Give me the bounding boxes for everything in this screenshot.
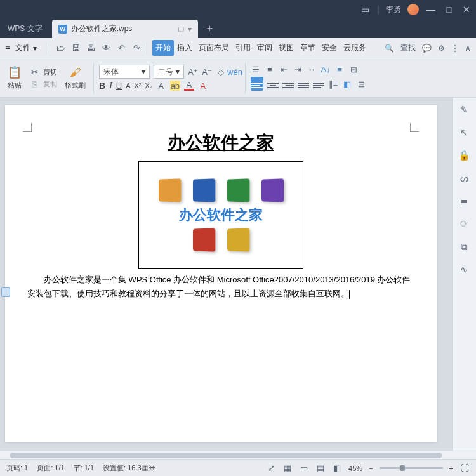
divider: | — [378, 5, 380, 14]
underline-button[interactable]: U — [116, 81, 122, 91]
document-page[interactable]: 办公软件之家 办公软件之家 办公软件之家是一个集 WPS Office 办公软件… — [5, 105, 437, 442]
font-color-icon[interactable]: A — [184, 81, 194, 91]
zoom-value[interactable]: 45% — [348, 465, 362, 472]
page-count-label[interactable]: 页面: 1/1 — [37, 463, 64, 473]
font-size-select[interactable]: 二号▾ — [154, 65, 184, 79]
numbering-icon[interactable]: ≡ — [265, 65, 275, 75]
share-icon[interactable]: ∿ — [460, 264, 468, 275]
tab-page-layout[interactable]: 页面布局 — [195, 40, 232, 56]
search-label[interactable]: 查找 — [400, 43, 416, 53]
avatar[interactable] — [407, 4, 419, 15]
new-tab-button[interactable]: + — [198, 19, 221, 38]
cut-button[interactable]: ✂剪切 — [29, 67, 57, 77]
tab-security[interactable]: 安全 — [319, 40, 340, 56]
align-justify-button[interactable] — [298, 77, 309, 91]
tab-chapter[interactable]: 章节 — [297, 40, 319, 56]
gear-icon[interactable]: ⚙ — [438, 44, 445, 53]
copy-button[interactable]: ⎘复制 — [29, 79, 57, 89]
tab-presenter-icon[interactable]: ▢ — [178, 25, 184, 33]
grow-font-icon[interactable]: A⁺ — [188, 67, 198, 77]
undo-icon[interactable]: ↶ — [116, 43, 126, 53]
app-tab[interactable]: WPS 文字 — [0, 20, 50, 38]
scrollbar-thumb[interactable] — [10, 453, 442, 458]
tab-references[interactable]: 引用 — [232, 40, 254, 56]
sort-icon[interactable]: A↓ — [321, 65, 331, 75]
pointer-icon[interactable]: ↖ — [460, 127, 468, 138]
zoom-slider[interactable] — [380, 467, 443, 469]
highlight-icon[interactable]: ab — [170, 81, 180, 91]
lock-icon[interactable]: 🔒 — [458, 150, 470, 161]
tab-start[interactable]: 开始 — [152, 40, 174, 56]
hierarchy-icon[interactable]: ᔕ — [460, 173, 468, 184]
page-view-icon[interactable]: ▦ — [282, 463, 293, 473]
maximize-button[interactable]: □ — [443, 4, 454, 15]
fit-width-icon[interactable]: ⤢ — [266, 463, 276, 473]
reading-view-icon[interactable]: ▭ — [299, 463, 309, 473]
zoom-thumb[interactable] — [400, 465, 405, 471]
italic-button[interactable]: I — [109, 81, 112, 91]
paragraph-gutter-icon[interactable] — [1, 287, 10, 297]
pencil-icon[interactable]: ✎ — [460, 104, 468, 116]
horizontal-scrollbar[interactable] — [0, 451, 476, 459]
minimize-button[interactable]: — — [425, 4, 437, 15]
shading-icon[interactable]: ◧ — [342, 79, 352, 89]
sync-icon[interactable]: ⟳ — [460, 218, 468, 230]
zoom-in-button[interactable]: + — [449, 465, 453, 472]
char-scale-icon[interactable]: ↔ — [307, 65, 317, 75]
embedded-image[interactable]: 办公软件之家 — [138, 161, 303, 269]
shrink-font-icon[interactable]: A⁻ — [202, 67, 212, 77]
redo-icon[interactable]: ↷ — [131, 43, 142, 53]
fullscreen-icon[interactable]: ⛶ — [459, 463, 470, 473]
canvas-area[interactable]: 办公软件之家 办公软件之家 办公软件之家是一个集 WPS Office 办公软件… — [0, 98, 452, 451]
bullets-icon[interactable]: ☰ — [251, 65, 261, 75]
tabs-icon[interactable]: ⊟ — [356, 79, 366, 89]
web-view-icon[interactable]: ▤ — [315, 463, 326, 473]
strikethrough-button[interactable]: A — [126, 82, 130, 89]
superscript-button[interactable]: X² — [135, 82, 142, 89]
font-name-select[interactable]: 宋体▾ — [99, 65, 150, 79]
format-painter-button[interactable]: 🖌 格式刷 — [62, 64, 88, 91]
outline-icon[interactable]: ≣ — [460, 195, 468, 207]
subscript-button[interactable]: X₂ — [145, 82, 152, 90]
tab-menu-icon[interactable]: ▾ — [188, 25, 192, 34]
align-left-button[interactable] — [251, 77, 263, 91]
document-tab[interactable]: W 办公软件之家.wps ▢ ▾ — [52, 20, 198, 38]
close-button[interactable]: ✕ — [461, 4, 472, 15]
hamburger-icon[interactable]: ≡ — [5, 43, 10, 53]
outline-view-icon[interactable]: ◧ — [332, 463, 342, 473]
line-height-icon[interactable]: ‖≡ — [328, 79, 338, 89]
line-spacing-icon[interactable]: ≡ — [334, 65, 345, 75]
distribute-button[interactable] — [313, 77, 324, 91]
phonetic-guide-icon[interactable]: wén — [230, 67, 240, 77]
tab-review[interactable]: 审阅 — [254, 40, 275, 56]
increase-indent-icon[interactable]: ⇥ — [293, 65, 303, 75]
paste-button[interactable]: 📋 粘贴 — [5, 64, 24, 91]
align-right-button[interactable] — [282, 77, 294, 91]
text-effects-icon[interactable]: A — [156, 81, 166, 91]
print-icon[interactable]: 🖶 — [86, 43, 96, 53]
decrease-indent-icon[interactable]: ⇤ — [279, 65, 289, 75]
tab-cloud[interactable]: 云服务 — [340, 40, 369, 56]
search-icon[interactable]: 🔍 — [385, 44, 394, 53]
tab-insert[interactable]: 插入 — [174, 40, 195, 56]
position-label[interactable]: 设置值: 16.3厘米 — [103, 463, 155, 473]
char-shading-icon[interactable]: A — [198, 81, 208, 91]
print-preview-icon[interactable]: 👁 — [101, 43, 111, 53]
collapse-ribbon-icon[interactable]: ∧ — [465, 44, 471, 53]
properties-icon[interactable]: ⧉ — [461, 241, 468, 253]
bold-button[interactable]: B — [99, 81, 105, 91]
presenter-icon[interactable]: ▭ — [360, 4, 371, 15]
user-name[interactable]: 李勇 — [386, 4, 401, 15]
more-icon[interactable]: ⋮ — [451, 44, 459, 53]
open-icon[interactable]: 🗁 — [55, 43, 65, 53]
file-menu[interactable]: 文件 ▾ — [11, 41, 41, 55]
chat-icon[interactable]: 💬 — [422, 44, 432, 53]
section-label[interactable]: 节: 1/1 — [74, 463, 94, 473]
borders-icon[interactable]: ⊞ — [348, 65, 359, 75]
save-icon[interactable]: 🖫 — [70, 43, 81, 53]
zoom-out-button[interactable]: − — [369, 465, 373, 472]
align-center-button[interactable] — [267, 77, 279, 91]
tab-view[interactable]: 视图 — [275, 40, 297, 56]
clear-format-icon[interactable]: ◇ — [216, 67, 226, 77]
page-code-label[interactable]: 页码: 1 — [6, 463, 28, 473]
